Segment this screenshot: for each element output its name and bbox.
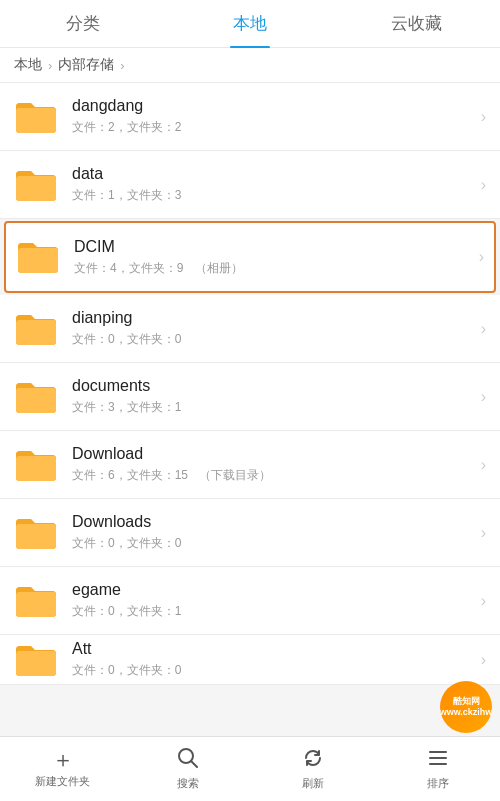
chevron-icon: ›	[481, 651, 486, 669]
file-name: egame	[72, 581, 473, 599]
refresh-label: 刷新	[302, 776, 324, 791]
tab-cloud[interactable]: 云收藏	[333, 0, 500, 48]
breadcrumb-sep-2: ›	[120, 58, 124, 73]
file-meta: 文件：0，文件夹：1	[72, 603, 473, 620]
chevron-icon: ›	[481, 388, 486, 406]
file-info: documents 文件：3，文件夹：1	[72, 377, 473, 416]
search-label: 搜索	[177, 776, 199, 791]
new-folder-button[interactable]: ＋ 新建文件夹	[0, 749, 125, 789]
list-item[interactable]: egame 文件：0，文件夹：1 ›	[0, 567, 500, 635]
file-name: Att	[72, 640, 473, 658]
chevron-icon: ›	[479, 248, 484, 266]
file-meta: 文件：3，文件夹：1	[72, 399, 473, 416]
file-info: data 文件：1，文件夹：3	[72, 165, 473, 204]
list-item[interactable]: data 文件：1，文件夹：3 ›	[0, 151, 500, 219]
list-item[interactable]: Download 文件：6，文件夹：15 （下载目录） ›	[0, 431, 500, 499]
file-meta: 文件：6，文件夹：15 （下载目录）	[72, 467, 473, 484]
chevron-icon: ›	[481, 592, 486, 610]
folder-icon	[14, 642, 58, 678]
file-name: dianping	[72, 309, 473, 327]
file-meta: 文件：0，文件夹：0	[72, 535, 473, 552]
list-item[interactable]: Downloads 文件：0，文件夹：0 ›	[0, 499, 500, 567]
file-tag: （下载目录）	[199, 468, 271, 482]
watermark-badge: 酷知网www.ckzihw	[440, 681, 492, 733]
folder-icon	[14, 99, 58, 135]
file-info: Downloads 文件：0，文件夹：0	[72, 513, 473, 552]
sort-label: 排序	[427, 776, 449, 791]
breadcrumb-sep-1: ›	[48, 58, 52, 73]
file-name: documents	[72, 377, 473, 395]
refresh-icon	[302, 747, 324, 773]
file-info: Att 文件：0，文件夹：0	[72, 640, 473, 679]
sort-button[interactable]: 排序	[375, 747, 500, 791]
folder-icon	[14, 311, 58, 347]
search-button[interactable]: 搜索	[125, 747, 250, 791]
sort-icon	[427, 747, 449, 773]
tab-bar: 分类 本地 云收藏	[0, 0, 500, 48]
svg-line-1	[191, 761, 197, 767]
file-meta: 文件：0，文件夹：0	[72, 331, 473, 348]
file-info: Download 文件：6，文件夹：15 （下载目录）	[72, 445, 473, 484]
chevron-icon: ›	[481, 456, 486, 474]
list-item[interactable]: Att 文件：0，文件夹：0 ›	[0, 635, 500, 685]
file-name: Downloads	[72, 513, 473, 531]
list-item[interactable]: documents 文件：3，文件夹：1 ›	[0, 363, 500, 431]
tab-local[interactable]: 本地	[167, 0, 334, 48]
list-item[interactable]: dianping 文件：0，文件夹：0 ›	[0, 295, 500, 363]
bottom-bar: ＋ 新建文件夹 搜索 刷新	[0, 736, 500, 801]
file-info: DCIM 文件：4，文件夹：9 （相册）	[74, 238, 471, 277]
folder-icon	[14, 583, 58, 619]
breadcrumb-local[interactable]: 本地	[14, 56, 42, 74]
file-name: data	[72, 165, 473, 183]
folder-icon	[16, 239, 60, 275]
file-list: dangdang 文件：2，文件夹：2 › data 文件：1，文件夹：3 › …	[0, 83, 500, 734]
file-name: dangdang	[72, 97, 473, 115]
plus-icon: ＋	[52, 749, 74, 771]
file-name: DCIM	[74, 238, 471, 256]
new-folder-label: 新建文件夹	[35, 774, 90, 789]
file-name: Download	[72, 445, 473, 463]
search-icon	[177, 747, 199, 773]
file-meta: 文件：4，文件夹：9 （相册）	[74, 260, 471, 277]
file-info: dangdang 文件：2，文件夹：2	[72, 97, 473, 136]
refresh-button[interactable]: 刷新	[250, 747, 375, 791]
chevron-icon: ›	[481, 176, 486, 194]
watermark-text: 酷知网www.ckzihw	[440, 696, 492, 718]
file-meta: 文件：1，文件夹：3	[72, 187, 473, 204]
tab-categories[interactable]: 分类	[0, 0, 167, 48]
chevron-icon: ›	[481, 320, 486, 338]
breadcrumb-internal-storage[interactable]: 内部存储	[58, 56, 114, 74]
folder-icon	[14, 167, 58, 203]
chevron-icon: ›	[481, 108, 486, 126]
file-meta: 文件：0，文件夹：0	[72, 662, 473, 679]
list-item[interactable]: dangdang 文件：2，文件夹：2 ›	[0, 83, 500, 151]
file-meta: 文件：2，文件夹：2	[72, 119, 473, 136]
chevron-icon: ›	[481, 524, 486, 542]
file-info: dianping 文件：0，文件夹：0	[72, 309, 473, 348]
folder-icon	[14, 447, 58, 483]
folder-icon	[14, 379, 58, 415]
file-tag: （相册）	[195, 261, 243, 275]
breadcrumb: 本地 › 内部存储 ›	[0, 48, 500, 83]
file-info: egame 文件：0，文件夹：1	[72, 581, 473, 620]
list-item-dcim[interactable]: DCIM 文件：4，文件夹：9 （相册） ›	[4, 221, 496, 293]
folder-icon	[14, 515, 58, 551]
